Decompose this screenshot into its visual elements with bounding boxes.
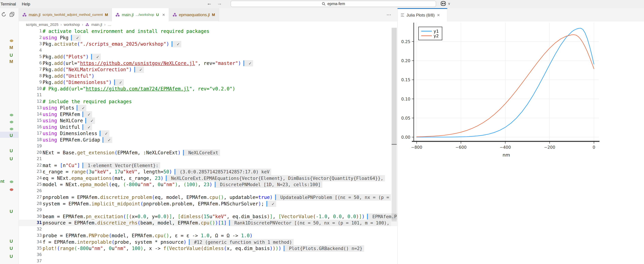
code-line[interactable]: 10# Pkg.add(url="https://github.com/tam7… bbox=[19, 86, 398, 92]
refresh-icon[interactable] bbox=[1, 11, 6, 17]
line-number: 30 bbox=[19, 214, 42, 219]
editor-tab-main.jl[interactable]: main.jlscripts_twofold_adjoint_method_cu… bbox=[19, 8, 112, 21]
git-status-badge: U bbox=[156, 12, 159, 17]
code-line[interactable]: 32 bbox=[19, 226, 398, 233]
code-line[interactable]: 5Pkg.add("Plots") ✓ bbox=[19, 54, 398, 60]
git-status-dot bbox=[10, 39, 13, 42]
line-number: 2 bbox=[19, 35, 42, 40]
file-name-fragment[interactable]: nt bbox=[0, 179, 10, 184]
code-text: system = EPMAfem.implicit_midpoint(pnpro… bbox=[43, 201, 276, 207]
code-line[interactable]: 19 bbox=[19, 143, 398, 150]
line-number: 7 bbox=[19, 67, 42, 72]
julia-file-icon bbox=[173, 13, 177, 17]
editor-tab-main.jl[interactable]: main.jl.../workshopU× bbox=[112, 8, 169, 21]
code-text: beam = EPMAfem.pn_excitation([(x=0.0, y=… bbox=[43, 213, 398, 220]
breadcrumb-item[interactable]: main.jl bbox=[92, 22, 102, 27]
breadcrumb-item[interactable]: workshop bbox=[64, 22, 80, 27]
inline-result: ✓ bbox=[78, 105, 86, 111]
code-line[interactable]: 27pnproblem = EPMAfem.discretize_problem… bbox=[19, 194, 398, 201]
menu-item-help[interactable]: Help bbox=[19, 2, 33, 6]
code-line[interactable]: 3Pkg.activate("./scripts_emas_2025/works… bbox=[19, 41, 398, 47]
code-line[interactable]: 25model = NExt.epma_model(eq, (-800u"nm"… bbox=[19, 181, 398, 188]
git-status-letter[interactable]: U bbox=[9, 133, 14, 138]
copilot-menu[interactable]: ∨ bbox=[440, 0, 450, 7]
code-line[interactable]: 24eq = NExt.epma_equations(mat, ε_range,… bbox=[19, 175, 398, 182]
code-line[interactable]: 30beam = EPMAfem.pn_excitation([(x=0.0, … bbox=[19, 213, 398, 220]
code-line[interactable]: 34f = EPMAfem.interpolable(probe, system… bbox=[19, 239, 398, 246]
code-line[interactable]: 2using Pkg ✓ bbox=[19, 34, 398, 41]
editor-scrollbar-lower[interactable] bbox=[392, 144, 397, 222]
code-line[interactable]: 17using Dimensionless ✓ bbox=[19, 130, 398, 137]
y-tick-label: 0.15 bbox=[401, 77, 410, 82]
line-number: 23 bbox=[19, 169, 42, 174]
collapse-folders-icon[interactable] bbox=[9, 11, 15, 17]
git-status-letter[interactable]: U bbox=[9, 254, 14, 259]
code-line[interactable]: 6Pkg.add(url="https://github.com/usnistg… bbox=[19, 60, 398, 67]
code-line[interactable]: 23ε_range = range(3u"keV", 17u"keV", len… bbox=[19, 169, 398, 175]
git-status-letter[interactable]: M bbox=[9, 45, 14, 50]
git-status-letter[interactable]: U bbox=[9, 246, 14, 251]
code-line[interactable]: 13using Plots ✓ bbox=[19, 105, 398, 111]
editor-tab-bar: main.jlscripts_twofold_adjoint_method_cu… bbox=[19, 8, 398, 21]
explorer-strip: MUMUUUntUUUU bbox=[0, 8, 19, 264]
code-line[interactable]: 29 bbox=[19, 207, 398, 213]
code-line[interactable]: 28system = EPMAfem.implicit_midpoint(pnp… bbox=[19, 201, 398, 207]
tab-overflow-button[interactable]: ⋯ bbox=[386, 12, 392, 17]
code-line[interactable]: 8Pkg.add("Unitful") bbox=[19, 73, 398, 79]
legend-label-y1: y1 bbox=[434, 29, 439, 34]
code-text: f = EPMAfem.interpolable(probe, system *… bbox=[43, 239, 294, 246]
editor-scrollbar[interactable] bbox=[392, 28, 397, 144]
code-line[interactable]: 11 bbox=[19, 92, 398, 98]
editor-tab-epmaequations.jl[interactable]: epmaequations.jlM bbox=[169, 8, 219, 21]
breadcrumb-item[interactable]: scripts_emas_2025 bbox=[26, 22, 58, 27]
code-text: mat = [n"Cu"] 1-element Vector{Element}: bbox=[43, 162, 160, 169]
code-line[interactable]: 14using EPMAfem ✓ bbox=[19, 111, 398, 118]
y-tick-label: 0.05 bbox=[401, 116, 410, 121]
breadcrumb-item[interactable]: … bbox=[108, 22, 111, 27]
close-icon[interactable]: × bbox=[437, 12, 440, 18]
code-text: plot!(range(-800u"nm", 0u"nm", 100), x -… bbox=[43, 245, 364, 252]
code-line[interactable]: 31pnsource = EPMAfem.discretize_rhs(beam… bbox=[19, 220, 398, 226]
code-line[interactable]: 18using EPMAfem.Gridap ✓ bbox=[19, 137, 398, 143]
back-arrow-icon[interactable]: ← bbox=[207, 0, 212, 6]
git-status-letter[interactable]: U bbox=[9, 239, 14, 244]
tab-julia-plots[interactable]: Julia Plots (8/8) × bbox=[398, 8, 447, 21]
code-line[interactable]: 26 bbox=[19, 188, 398, 194]
code-line[interactable]: 7Pkg.add("NeXLMatrixCorrection") ✓ bbox=[19, 66, 398, 73]
code-line[interactable]: 36 bbox=[19, 252, 398, 258]
code-line[interactable]: 12# include the required packages bbox=[19, 98, 398, 105]
code-text: using EPMAfem.Gridap ✓ bbox=[43, 137, 112, 143]
close-icon[interactable]: × bbox=[162, 12, 165, 17]
code-text: Pkg.activate("./scripts_emas_2025/worksh… bbox=[43, 41, 181, 47]
git-status-letter[interactable]: U bbox=[9, 148, 14, 153]
git-status-letter[interactable]: U bbox=[9, 156, 14, 161]
inline-result: ✓ bbox=[100, 130, 109, 137]
code-line[interactable]: 37 bbox=[19, 258, 398, 264]
git-status-letter[interactable]: U bbox=[9, 209, 14, 214]
command-center-search[interactable]: epma-fem bbox=[230, 1, 436, 7]
code-line[interactable]: 9Pkg.add("Dimensionless") ✓ bbox=[19, 79, 398, 86]
code-line[interactable]: 15using NeXLCore ✓ bbox=[19, 118, 398, 124]
code-line[interactable]: 35plot!(range(-800u"nm", 0u"nm", 100), x… bbox=[19, 245, 398, 252]
git-status-letter[interactable]: M bbox=[9, 59, 14, 64]
code-area[interactable]: 1# activate local environment and instal… bbox=[19, 28, 398, 264]
forward-arrow-icon[interactable]: → bbox=[217, 0, 222, 6]
code-text: Pkg.add("Dimensionless") ✓ bbox=[43, 79, 124, 86]
code-text: using Unitful ✓ bbox=[43, 124, 92, 130]
code-line[interactable]: 22mat = [n"Cu"] 1-element Vector{Element… bbox=[19, 162, 398, 169]
code-line[interactable]: 21 bbox=[19, 156, 398, 162]
inline-result: NeXLCoreExt bbox=[184, 150, 220, 156]
git-status-letter[interactable]: U bbox=[9, 53, 14, 58]
julia-file-icon bbox=[86, 23, 89, 26]
code-line[interactable]: 4 bbox=[19, 47, 398, 54]
code-line[interactable]: 16using Unitful ✓ bbox=[19, 124, 398, 130]
line-number: 32 bbox=[19, 227, 42, 232]
breadcrumb[interactable]: scripts_emas_2025›workshop›main.jl›… bbox=[19, 21, 398, 28]
code-line[interactable]: 1# activate local environment and instal… bbox=[19, 28, 398, 34]
y-tick-label: 0.00 bbox=[401, 135, 410, 140]
code-line[interactable]: 20NExt = Base.get_extension(EPMAfem, :Ne… bbox=[19, 150, 398, 156]
menu-item-terminal[interactable]: Terminal bbox=[0, 2, 19, 6]
inline-result: ✓ bbox=[83, 111, 92, 118]
code-text: Pkg.add(url="https://github.com/usnistgo… bbox=[43, 60, 253, 67]
code-line[interactable]: 33probe = EPMAfem.PNProbe(model, EPMAfem… bbox=[19, 233, 398, 239]
